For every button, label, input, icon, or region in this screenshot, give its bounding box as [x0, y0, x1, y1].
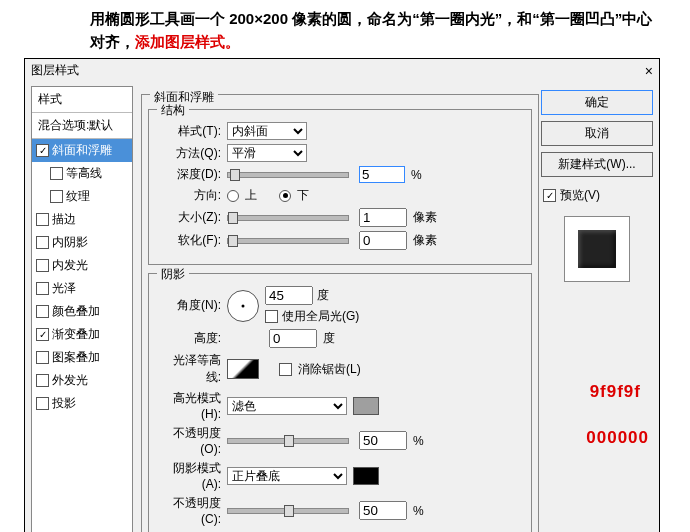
item-texture[interactable]: 纹理: [32, 185, 132, 208]
dialog-title: 图层样式: [31, 62, 79, 79]
lbl-grad-overlay: 渐变叠加: [52, 326, 100, 343]
check-outer-glow[interactable]: [36, 374, 49, 387]
deg1: 度: [317, 287, 329, 304]
lbl-color-overlay: 颜色叠加: [52, 303, 100, 320]
item-color-overlay[interactable]: 颜色叠加: [32, 300, 132, 323]
item-pattern-overlay[interactable]: 图案叠加: [32, 346, 132, 369]
check-bevel[interactable]: [36, 144, 49, 157]
angle-dial[interactable]: [227, 290, 259, 322]
lbl-contour: 等高线: [66, 165, 102, 182]
soften-input[interactable]: [359, 231, 407, 250]
dir-up-radio[interactable]: [227, 190, 239, 202]
check-grad-overlay[interactable]: [36, 328, 49, 341]
item-outer-glow[interactable]: 外发光: [32, 369, 132, 392]
cancel-button[interactable]: 取消: [541, 121, 653, 146]
altitude-input[interactable]: [269, 329, 317, 348]
shading-group: 阴影 角度(N): 度 使用全局光(G): [148, 273, 532, 532]
opacity2-slider[interactable]: [227, 508, 349, 514]
soften-lbl: 软化(F):: [159, 232, 221, 249]
opacity1-slider[interactable]: [227, 438, 349, 444]
lbl-inner-glow: 内发光: [52, 257, 88, 274]
opacity2-lbl: 不透明度(C):: [159, 495, 221, 526]
preview-check[interactable]: [543, 189, 556, 202]
item-drop-shadow[interactable]: 投影: [32, 392, 132, 415]
gloss-contour-picker[interactable]: [227, 359, 259, 379]
angle-input[interactable]: [265, 286, 313, 305]
gloss-lbl: 光泽等高线:: [159, 352, 221, 386]
item-grad-overlay[interactable]: 渐变叠加: [32, 323, 132, 346]
deg2: 度: [323, 330, 335, 347]
size-input[interactable]: [359, 208, 407, 227]
structure-label: 结构: [157, 102, 189, 119]
highlight-select[interactable]: 滤色: [227, 397, 347, 415]
item-contour[interactable]: 等高线: [32, 162, 132, 185]
antialias-lbl: 消除锯齿(L): [298, 361, 361, 378]
settings-pane: 斜面和浮雕 结构 样式(T): 内斜面 方法(Q): 平滑 深度(D):: [139, 86, 541, 532]
preview-lbl: 预览(V): [560, 187, 600, 204]
method-select[interactable]: 平滑: [227, 144, 307, 162]
dir-down-radio[interactable]: [279, 190, 291, 202]
check-color-overlay[interactable]: [36, 305, 49, 318]
shadow-color-swatch[interactable]: [353, 467, 379, 485]
style-select[interactable]: 内斜面: [227, 122, 307, 140]
check-pattern-overlay[interactable]: [36, 351, 49, 364]
check-texture[interactable]: [50, 190, 63, 203]
px2: 像素: [413, 232, 437, 249]
lbl-bevel: 斜面和浮雕: [52, 142, 112, 159]
highlight-lbl: 高光模式(H):: [159, 390, 221, 421]
annot-highlight-color: 9f9f9f: [590, 382, 641, 402]
size-slider[interactable]: [227, 215, 349, 221]
lbl-inner-shadow: 内阴影: [52, 234, 88, 251]
angle-lbl: 角度(N):: [159, 297, 221, 314]
lbl-pattern-overlay: 图案叠加: [52, 349, 100, 366]
depth-input[interactable]: [359, 166, 405, 183]
layer-style-dialog: 图层样式 × 样式 混合选项:默认 斜面和浮雕 等高线 纹理 描边: [24, 58, 660, 532]
shadow-select[interactable]: 正片叠底: [227, 467, 347, 485]
styles-header[interactable]: 样式: [32, 87, 132, 113]
opacity1-lbl: 不透明度(O):: [159, 425, 221, 456]
annot-shadow-color: 000000: [586, 428, 649, 448]
style-lbl: 样式(T):: [159, 123, 221, 140]
ok-button[interactable]: 确定: [541, 90, 653, 115]
method-lbl: 方法(Q):: [159, 145, 221, 162]
pct3: %: [413, 504, 424, 518]
opacity2-input[interactable]: [359, 501, 407, 520]
check-contour[interactable]: [50, 167, 63, 180]
antialias-check[interactable]: [279, 363, 292, 376]
right-buttons: 确定 取消 新建样式(W)... 预览(V): [541, 86, 653, 532]
check-inner-glow[interactable]: [36, 259, 49, 272]
altitude-lbl: 高度:: [159, 330, 221, 347]
item-stroke[interactable]: 描边: [32, 208, 132, 231]
close-icon[interactable]: ×: [645, 63, 653, 79]
item-satin[interactable]: 光泽: [32, 277, 132, 300]
item-inner-shadow[interactable]: 内阴影: [32, 231, 132, 254]
pct1: %: [411, 168, 422, 182]
structure-group: 结构 样式(T): 内斜面 方法(Q): 平滑 深度(D): %: [148, 109, 532, 265]
opacity1-input[interactable]: [359, 431, 407, 450]
shading-label: 阴影: [157, 266, 189, 283]
instruction-text: 用椭圆形工具画一个 200×200 像素的圆，命名为“第一圈内光”，和“第一圈凹…: [0, 0, 690, 58]
titlebar: 图层样式 ×: [25, 59, 659, 82]
size-lbl: 大小(Z):: [159, 209, 221, 226]
soften-slider[interactable]: [227, 238, 349, 244]
new-style-button[interactable]: 新建样式(W)...: [541, 152, 653, 177]
blend-options[interactable]: 混合选项:默认: [32, 113, 132, 139]
check-drop-shadow[interactable]: [36, 397, 49, 410]
preview-box: [564, 216, 630, 282]
style-list: 样式 混合选项:默认 斜面和浮雕 等高线 纹理 描边 内阴影: [31, 86, 133, 532]
lbl-stroke: 描边: [52, 211, 76, 228]
preview-thumb: [578, 230, 616, 268]
global-light-check[interactable]: [265, 310, 278, 323]
check-satin[interactable]: [36, 282, 49, 295]
depth-slider[interactable]: [227, 172, 349, 178]
shadow-lbl: 阴影模式(A):: [159, 460, 221, 491]
pct2: %: [413, 434, 424, 448]
direction-lbl: 方向:: [159, 187, 221, 204]
item-inner-glow[interactable]: 内发光: [32, 254, 132, 277]
check-stroke[interactable]: [36, 213, 49, 226]
highlight-color-swatch[interactable]: [353, 397, 379, 415]
item-bevel[interactable]: 斜面和浮雕: [32, 139, 132, 162]
global-light-lbl: 使用全局光(G): [282, 308, 359, 325]
check-inner-shadow[interactable]: [36, 236, 49, 249]
px1: 像素: [413, 209, 437, 226]
